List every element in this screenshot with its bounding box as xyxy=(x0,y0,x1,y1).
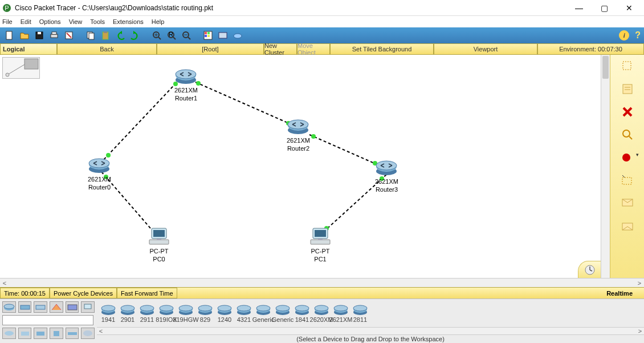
power-cycle-button[interactable]: Power Cycle Devices xyxy=(50,288,117,298)
zoom-in-icon[interactable] xyxy=(150,29,163,42)
svg-rect-23 xyxy=(25,59,38,69)
select-icon[interactable] xyxy=(619,58,635,74)
palette-item[interactable]: 2621XM xyxy=(332,304,350,323)
help-icon[interactable]: ? xyxy=(635,30,641,41)
paste-icon[interactable] xyxy=(99,29,112,42)
device-label: Router2 xyxy=(287,145,310,152)
workspace: 2621XM Router0 2621XM Router1 2621XM Rou… xyxy=(0,55,644,278)
wizard-icon[interactable] xyxy=(63,29,75,42)
cat-switches-icon[interactable] xyxy=(18,301,32,313)
marquee-icon[interactable] xyxy=(619,172,635,188)
palette-scrollbar[interactable]: <> xyxy=(97,328,644,334)
device-pc1[interactable]: PC-PT PC1 xyxy=(309,227,331,263)
nav-root[interactable]: [Root] xyxy=(157,43,264,55)
subcat-3-icon[interactable] xyxy=(34,328,47,339)
palette-label: 4321 xyxy=(237,316,251,323)
cat-connections-icon[interactable] xyxy=(66,301,79,313)
cat-routers-icon[interactable] xyxy=(2,301,16,313)
complex-pdu-icon[interactable] xyxy=(619,218,635,234)
svg-point-87 xyxy=(218,305,231,311)
device-pc0[interactable]: PC-PT PC0 xyxy=(148,227,170,263)
horizontal-scrollbar[interactable]: <> xyxy=(0,278,644,287)
device-palette: 194129012911819IOX819HGW82912404321Gener… xyxy=(97,299,644,328)
menu-edit[interactable]: Edit xyxy=(21,18,31,25)
nav-tiled-bg[interactable]: Set Tiled Background xyxy=(330,43,434,55)
subcat-5-icon[interactable] xyxy=(66,328,79,339)
palette-icon[interactable] xyxy=(202,29,214,42)
palette-item[interactable]: 829 xyxy=(196,304,214,323)
close-button[interactable]: ✕ xyxy=(617,0,642,16)
delete-icon[interactable] xyxy=(619,104,635,120)
nav-logical[interactable]: Logical xyxy=(0,43,57,55)
inspect-icon[interactable] xyxy=(619,127,635,143)
device-label: Router1 xyxy=(174,95,198,102)
subcat-1-icon[interactable] xyxy=(2,328,16,339)
device-router3[interactable]: 2621XM Router3 xyxy=(375,159,398,193)
palette-item[interactable]: 819HGW xyxy=(177,304,195,323)
device-router0[interactable]: 2621XM Router0 xyxy=(88,156,111,191)
redo-icon[interactable] xyxy=(129,29,141,42)
menu-help[interactable]: Help xyxy=(152,18,165,25)
mode-realtime[interactable]: Realtime xyxy=(595,290,644,297)
menu-options[interactable]: Options xyxy=(39,18,61,25)
palette-item[interactable]: 2620XM xyxy=(312,304,331,323)
palette-item[interactable]: 1941 xyxy=(99,304,117,323)
save-icon[interactable] xyxy=(33,29,46,42)
title-bar: P Cisco Packet Tracer - C:\Users\aug2\Do… xyxy=(0,0,644,16)
nav-viewport[interactable]: Viewport xyxy=(434,43,537,55)
device-panel: 194129012911819IOX819HGW82912404321Gener… xyxy=(0,298,644,343)
topology-canvas[interactable]: 2621XM Router0 2621XM Router1 2621XM Rou… xyxy=(44,55,601,278)
menu-file[interactable]: File xyxy=(2,18,13,25)
subcat-6-icon[interactable] xyxy=(81,328,95,339)
nav-back[interactable]: Back xyxy=(57,43,157,55)
svg-rect-4 xyxy=(38,32,41,34)
new-icon[interactable] xyxy=(3,29,16,42)
vertical-scrollbar[interactable] xyxy=(601,55,610,278)
menu-tools[interactable]: Tools xyxy=(90,18,105,25)
palette-item[interactable]: Generic xyxy=(274,304,292,323)
menu-view[interactable]: View xyxy=(69,18,83,25)
subcat-4-icon[interactable] xyxy=(50,328,63,339)
svg-point-69 xyxy=(101,305,115,311)
note-icon[interactable] xyxy=(619,81,635,97)
palette-item[interactable]: 2901 xyxy=(119,304,137,323)
device-search-input[interactable] xyxy=(2,315,93,325)
menu-bar: File Edit Options View Tools Extensions … xyxy=(0,16,644,27)
copy-icon[interactable] xyxy=(84,29,97,42)
navigation-thumbnail[interactable] xyxy=(2,57,40,79)
palette-item[interactable]: 1841 xyxy=(293,304,311,323)
simple-pdu-icon[interactable] xyxy=(619,195,635,211)
palette-item[interactable]: 4321 xyxy=(235,304,253,323)
zoom-reset-icon[interactable]: R xyxy=(165,29,178,42)
print-icon[interactable] xyxy=(48,29,60,42)
fast-forward-button[interactable]: Fast Forward Time xyxy=(117,288,177,298)
palette-item[interactable]: 2911 xyxy=(138,304,156,323)
palette-item[interactable]: Generic xyxy=(254,304,272,323)
cat-end-icon[interactable] xyxy=(81,301,95,313)
cloud-icon[interactable] xyxy=(231,29,244,42)
nav-move-object[interactable]: Move Object xyxy=(297,43,330,55)
cat-wireless-icon[interactable] xyxy=(50,301,63,313)
svg-point-24 xyxy=(6,73,9,76)
minimize-button[interactable]: — xyxy=(566,0,592,16)
device-label: PC1 xyxy=(309,256,331,263)
palette-label: 1841 xyxy=(295,316,309,323)
undo-icon[interactable] xyxy=(114,29,127,42)
open-icon[interactable] xyxy=(18,29,31,42)
nav-new-cluster[interactable]: New Cluster xyxy=(264,43,297,55)
device-router1[interactable]: 2621XM Router1 xyxy=(174,67,198,102)
device-router2[interactable]: 2621XM Router2 xyxy=(287,118,310,152)
realtime-toggle-icon[interactable] xyxy=(578,261,601,278)
palette-label: 2621XM xyxy=(329,316,353,323)
resize-icon[interactable]: ▾ xyxy=(619,150,635,166)
dialog-icon[interactable] xyxy=(217,29,229,42)
svg-rect-18 xyxy=(207,32,210,34)
zoom-out-icon[interactable] xyxy=(180,29,193,42)
cat-hubs-icon[interactable] xyxy=(34,301,47,313)
info-icon[interactable]: i xyxy=(619,30,629,41)
subcat-2-icon[interactable] xyxy=(18,328,32,339)
menu-extensions[interactable]: Extensions xyxy=(113,18,144,25)
palette-item[interactable]: 1240 xyxy=(215,304,234,323)
maximize-button[interactable]: ▢ xyxy=(592,0,617,16)
palette-item[interactable]: 2811 xyxy=(351,304,369,323)
